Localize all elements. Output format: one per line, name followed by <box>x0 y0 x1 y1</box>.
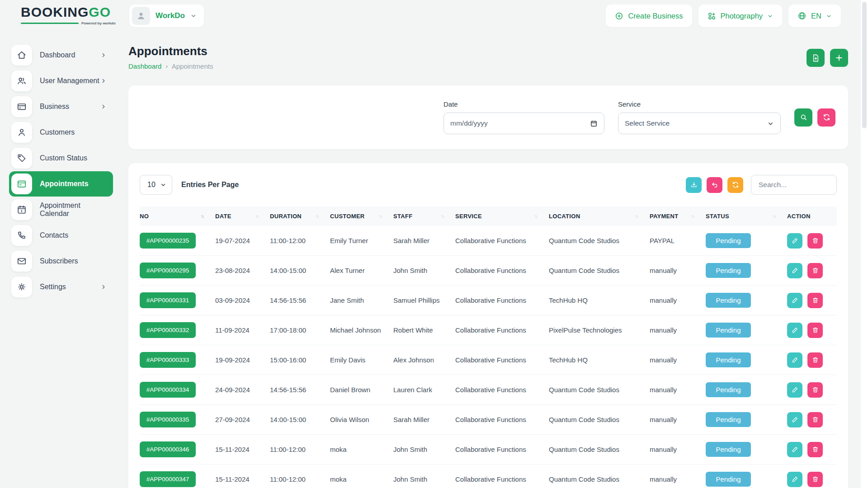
delete-appointment-button[interactable] <box>807 412 823 427</box>
sidebar-item-subscribers[interactable]: Subscribers <box>9 249 113 274</box>
cell-service: Collaborative Functions <box>455 405 549 435</box>
workspace-label: WorkDo <box>156 11 185 20</box>
cell-staff: Alex Johnson <box>393 345 455 375</box>
column-header-service[interactable]: ↑↓SERVICE <box>455 206 549 226</box>
table-refresh-button[interactable] <box>727 177 743 193</box>
business-type-dropdown[interactable]: Photography <box>698 5 783 27</box>
appointment-no-badge[interactable]: #APP00000331 <box>140 292 196 308</box>
status-badge[interactable]: Pending <box>706 263 751 278</box>
edit-appointment-button[interactable] <box>787 233 802 249</box>
sort-icon[interactable]: ↑↓ <box>635 214 638 219</box>
column-header-no[interactable]: ↑↓NO <box>140 206 215 226</box>
status-badge[interactable]: Pending <box>706 472 751 487</box>
sidebar-item-business[interactable]: Business <box>9 94 113 119</box>
sort-icon[interactable]: ↑↓ <box>691 214 694 219</box>
edit-appointment-button[interactable] <box>787 412 802 427</box>
column-header-staff[interactable]: ↑↓STAFF <box>393 206 455 226</box>
cell-location: Quantum Code Studios <box>549 375 650 405</box>
trash-icon <box>812 446 819 453</box>
delete-appointment-button[interactable] <box>807 293 823 308</box>
language-dropdown[interactable]: EN <box>788 5 841 27</box>
chevron-right-icon <box>100 78 107 84</box>
sort-icon[interactable]: ↑↓ <box>255 214 258 219</box>
sidebar-item-appointment-calendar[interactable]: Appointment Calendar <box>9 197 113 222</box>
app-logo[interactable]: BOOKINGGO Powered by workdo <box>21 5 118 25</box>
appointment-no-badge[interactable]: #APP00000235 <box>140 233 196 249</box>
appointment-no-badge[interactable]: #APP00000333 <box>140 352 196 368</box>
column-header-location[interactable]: ↑↓LOCATION <box>549 206 650 226</box>
sidebar-item-user-management[interactable]: User Management <box>9 68 113 94</box>
delete-appointment-button[interactable] <box>807 472 823 487</box>
add-appointment-button[interactable] <box>830 49 848 67</box>
sort-icon[interactable]: ↑↓ <box>316 214 318 219</box>
scrollbar-thumb[interactable] <box>862 2 867 128</box>
table-download-button[interactable] <box>686 177 702 193</box>
edit-appointment-button[interactable] <box>787 323 802 338</box>
sidebar-item-settings[interactable]: Settings <box>9 274 113 300</box>
delete-appointment-button[interactable] <box>807 442 823 457</box>
sidebar: Dashboard User Management Business Custo… <box>0 33 122 300</box>
entries-per-page-value: 10 <box>147 181 156 189</box>
appointment-no-badge[interactable]: #APP00000334 <box>140 382 196 398</box>
page-title: Appointments <box>128 44 213 58</box>
status-badge[interactable]: Pending <box>706 352 751 367</box>
appointment-no-badge[interactable]: #APP00000295 <box>140 263 196 278</box>
edit-appointment-button[interactable] <box>787 352 802 368</box>
delete-appointment-button[interactable] <box>807 233 823 249</box>
appointment-no-badge[interactable]: #APP00000346 <box>140 441 196 457</box>
status-badge[interactable]: Pending <box>706 412 751 427</box>
status-badge[interactable]: Pending <box>706 233 751 248</box>
sidebar-item-dashboard[interactable]: Dashboard <box>9 42 113 68</box>
sidebar-item-contacts[interactable]: Contacts <box>9 223 113 248</box>
sidebar-item-appointments[interactable]: Appointments <box>9 171 113 197</box>
sort-icon[interactable]: ↑↓ <box>379 214 382 219</box>
table-undo-button[interactable] <box>707 177 722 193</box>
filter-reset-button[interactable] <box>817 108 835 127</box>
sort-icon[interactable]: ↑↓ <box>534 214 537 219</box>
calendar-small-icon[interactable] <box>590 120 598 127</box>
date-filter-field: Date <box>443 100 604 134</box>
service-select[interactable]: Select Service <box>618 113 781 134</box>
scrollbar[interactable] <box>861 0 868 488</box>
edit-appointment-button[interactable] <box>787 442 802 457</box>
table-search-input[interactable] <box>751 175 837 195</box>
appointment-no-badge[interactable]: #APP00000347 <box>140 471 196 487</box>
column-header-duration[interactable]: ↑↓DURATION <box>270 206 330 226</box>
sidebar-item-custom-status[interactable]: Custom Status <box>9 145 113 171</box>
breadcrumb-dashboard-link[interactable]: Dashboard <box>128 62 161 70</box>
appointment-no-badge[interactable]: #APP00000332 <box>140 322 196 338</box>
delete-appointment-button[interactable] <box>807 263 823 278</box>
column-header-date[interactable]: ↑↓DATE <box>215 206 270 226</box>
export-file-button[interactable] <box>807 49 825 67</box>
edit-appointment-button[interactable] <box>787 472 802 487</box>
delete-appointment-button[interactable] <box>807 323 823 338</box>
edit-appointment-button[interactable] <box>787 293 802 308</box>
sidebar-item-customers[interactable]: Customers <box>9 120 113 145</box>
filter-search-button[interactable] <box>794 108 812 127</box>
delete-appointment-button[interactable] <box>807 382 823 398</box>
status-badge[interactable]: Pending <box>706 382 751 397</box>
workspace-switcher[interactable]: WorkDo <box>129 5 204 27</box>
status-badge[interactable]: Pending <box>706 442 751 457</box>
create-business-button[interactable]: Create Business <box>606 5 692 27</box>
trash-icon <box>812 237 819 244</box>
delete-appointment-button[interactable] <box>807 352 823 368</box>
phone-icon <box>11 225 32 246</box>
column-header-customer[interactable]: ↑↓CUSTOMER <box>330 206 393 226</box>
column-header-status[interactable]: ↑↓STATUS <box>706 206 787 226</box>
date-input[interactable] <box>450 119 590 127</box>
sort-icon[interactable]: ↑↓ <box>441 214 443 219</box>
cell-customer: Emily Turner <box>330 226 393 256</box>
service-select-value: Select Service <box>625 119 670 127</box>
status-badge[interactable]: Pending <box>706 293 751 308</box>
entries-per-page-select[interactable]: 10 <box>140 175 172 195</box>
status-badge[interactable]: Pending <box>706 323 751 338</box>
chevron-down-icon <box>190 13 197 19</box>
download-icon <box>690 181 698 188</box>
appointment-no-badge[interactable]: #APP00000335 <box>140 412 196 427</box>
edit-appointment-button[interactable] <box>787 263 802 278</box>
sort-icon[interactable]: ↑↓ <box>201 214 203 219</box>
column-header-payment[interactable]: ↑↓PAYMENT <box>650 206 706 226</box>
sort-icon[interactable]: ↑↓ <box>773 214 775 219</box>
edit-appointment-button[interactable] <box>787 382 802 398</box>
